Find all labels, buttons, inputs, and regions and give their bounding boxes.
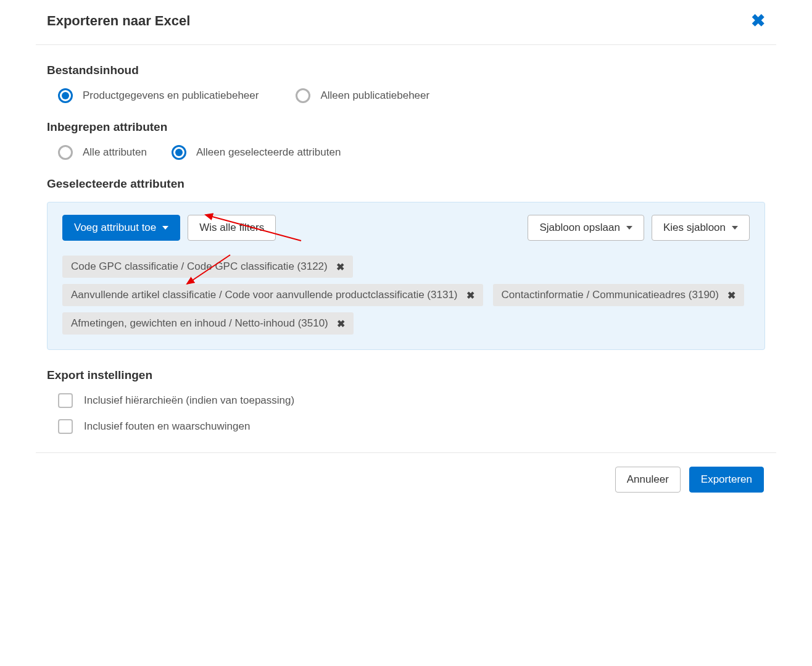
button-label: Voeg attribuut toe: [74, 222, 156, 234]
radio-icon: [58, 88, 73, 103]
export-dialog: Exporteren naar Excel ✖ Bestandsinhoud P…: [36, 0, 776, 507]
section-heading-selected-attributes: Geselecteerde attributen: [47, 177, 765, 191]
dialog-footer: Annuleer Exporteren: [36, 452, 776, 493]
section-heading-file-content: Bestandsinhoud: [47, 64, 765, 77]
selected-attributes-panel: Voeg attribuut toe Wis alle filters Sjab…: [47, 202, 765, 350]
button-label: Sjabloon opslaan: [539, 222, 619, 234]
dialog-content: Bestandsinhoud Productgegevens en public…: [36, 45, 776, 452]
section-heading-export-settings: Export instellingen: [47, 368, 765, 382]
close-icon[interactable]: ✖: [751, 12, 765, 30]
included-attributes-radio-group: Alle attributen Alleen geselecteerde att…: [58, 145, 765, 160]
chip-label: Code GPC classificatie / Code GPC classi…: [71, 260, 328, 273]
button-label: Annuleer: [627, 473, 669, 486]
radio-icon: [58, 145, 73, 160]
attribute-chip[interactable]: Code GPC classificatie / Code GPC classi…: [62, 256, 353, 278]
button-label: Wis alle filters: [199, 222, 264, 234]
add-attribute-button[interactable]: Voeg attribuut toe: [62, 215, 180, 241]
radio-publication-only[interactable]: Alleen publicatiebeheer: [296, 88, 429, 103]
clear-all-filters-button[interactable]: Wis alle filters: [188, 215, 276, 241]
remove-chip-icon[interactable]: ✖: [337, 318, 345, 330]
radio-all-attributes[interactable]: Alle attributen: [58, 145, 147, 160]
chevron-down-icon: [732, 226, 738, 230]
attribute-chip[interactable]: Contactinformatie / Communicatieadres (3…: [493, 284, 744, 306]
attribute-chip[interactable]: Afmetingen, gewichten en inhoud / Netto-…: [62, 312, 354, 335]
button-label: Exporteren: [701, 473, 752, 486]
radio-label: Productgegevens en publicatiebeheer: [83, 89, 259, 102]
checkbox-include-errors[interactable]: Inclusief fouten en waarschuwingen: [58, 419, 765, 434]
chevron-down-icon: [626, 226, 632, 230]
radio-icon: [172, 145, 186, 160]
choose-template-button[interactable]: Kies sjabloon: [652, 215, 750, 241]
radio-product-and-publication[interactable]: Productgegevens en publicatiebeheer: [58, 88, 259, 103]
radio-label: Alleen publicatiebeheer: [320, 89, 429, 102]
radio-label: Alleen geselecteerde attributen: [196, 146, 341, 159]
remove-chip-icon[interactable]: ✖: [727, 289, 735, 301]
dialog-title: Exporteren naar Excel: [47, 13, 190, 29]
chip-label: Afmetingen, gewichten en inhoud / Netto-…: [71, 317, 328, 330]
radio-only-selected-attributes[interactable]: Alleen geselecteerde attributen: [172, 145, 341, 160]
cancel-button[interactable]: Annuleer: [615, 467, 681, 493]
radio-label: Alle attributen: [83, 146, 147, 159]
attribute-chips: Code GPC classificatie / Code GPC classi…: [62, 256, 750, 335]
chip-label: Contactinformatie / Communicatieadres (3…: [502, 289, 719, 301]
section-heading-included-attributes: Inbegrepen attributen: [47, 120, 765, 134]
chevron-down-icon: [162, 226, 168, 230]
radio-icon: [296, 88, 310, 103]
remove-chip-icon[interactable]: ✖: [336, 261, 344, 273]
dialog-header: Exporteren naar Excel ✖: [36, 0, 776, 45]
remove-chip-icon[interactable]: ✖: [466, 289, 474, 301]
button-label: Kies sjabloon: [663, 222, 726, 234]
checkbox-label: Inclusief hiërarchieën (indien van toepa…: [84, 394, 294, 407]
checkbox-icon: [58, 419, 73, 434]
selected-attributes-toolbar: Voeg attribuut toe Wis alle filters Sjab…: [62, 215, 750, 241]
export-button[interactable]: Exporteren: [689, 467, 764, 493]
save-template-button[interactable]: Sjabloon opslaan: [528, 215, 644, 241]
checkbox-icon: [58, 393, 73, 408]
chip-label: Aanvullende artikel classificatie / Code…: [71, 289, 458, 301]
file-content-radio-group: Productgegevens en publicatiebeheer Alle…: [58, 88, 765, 103]
checkbox-include-hierarchies[interactable]: Inclusief hiërarchieën (indien van toepa…: [58, 393, 765, 408]
attribute-chip[interactable]: Aanvullende artikel classificatie / Code…: [62, 284, 483, 306]
checkbox-label: Inclusief fouten en waarschuwingen: [84, 420, 250, 433]
